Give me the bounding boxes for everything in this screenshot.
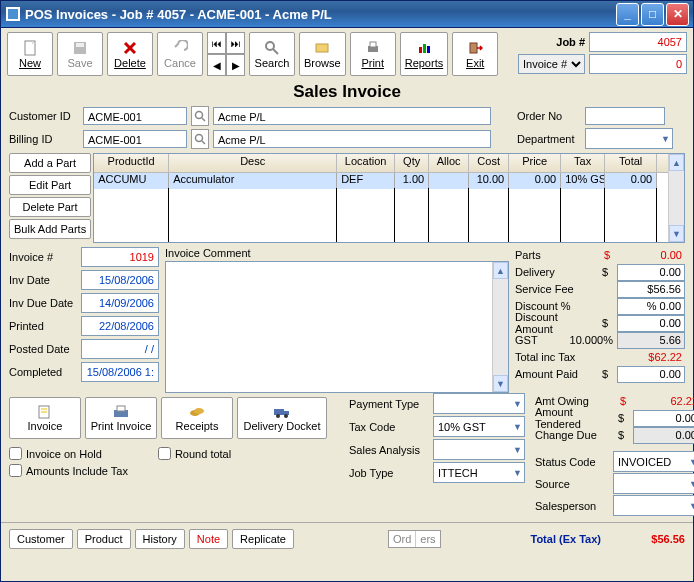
billing-id-label: Billing ID	[9, 133, 79, 145]
minimize-button[interactable]: _	[616, 3, 639, 26]
footer: Customer Product History Note Replicate …	[1, 522, 693, 555]
posted-field[interactable]: / /	[81, 339, 159, 359]
window: POS Invoices - Job # 4057 - ACME-001 - A…	[0, 0, 694, 582]
total-ex-tax-label: Total (Ex Tax)	[531, 533, 602, 545]
history-button[interactable]: History	[135, 529, 185, 549]
inv-date-field[interactable]: 15/08/2006	[81, 270, 159, 290]
amount-paid-field[interactable]: 0.00	[617, 366, 685, 383]
customer-button[interactable]: Customer	[9, 529, 73, 549]
replicate-button[interactable]: Replicate	[232, 529, 294, 549]
billing-id-lookup[interactable]	[191, 129, 209, 149]
invoice-on-hold-checkbox[interactable]: Invoice on Hold	[9, 447, 128, 460]
add-part-button[interactable]: Add a Part	[9, 153, 91, 173]
save-button[interactable]: Save	[57, 32, 103, 76]
app-icon	[5, 6, 21, 22]
print-button[interactable]: Print	[350, 32, 396, 76]
salesperson-select[interactable]: ▼	[613, 495, 694, 516]
billing-name-field[interactable]: Acme P/L	[213, 130, 491, 148]
parts-grid[interactable]: ProductId Desc Location Qty Alloc Cost P…	[93, 153, 685, 243]
search-button[interactable]: Search	[249, 32, 295, 76]
invoice-button[interactable]: Invoice	[9, 397, 81, 439]
new-button[interactable]: New	[7, 32, 53, 76]
printer-icon	[112, 405, 130, 419]
svg-line-15	[202, 118, 205, 121]
note-button[interactable]: Note	[189, 529, 228, 549]
customer-id-label: Customer ID	[9, 110, 79, 122]
scroll-up[interactable]: ▲	[669, 154, 684, 171]
completed-field[interactable]: 15/08/2006 1:	[81, 362, 159, 382]
service-fee-field[interactable]: $56.56	[617, 281, 685, 298]
close-button[interactable]: ✕	[666, 3, 689, 26]
bulk-add-parts-button[interactable]: Bulk Add Parts	[9, 219, 91, 239]
grid-scrollbar[interactable]: ▲▼	[668, 154, 684, 242]
department-select[interactable]: ▼	[585, 128, 673, 149]
exit-button[interactable]: Exit	[452, 32, 498, 76]
invoice-sel-value: 0	[589, 54, 687, 74]
svg-point-14	[196, 112, 203, 119]
job-type-select[interactable]: ITTECH▼	[433, 462, 525, 483]
status-code-select[interactable]: INVOICED▼	[613, 451, 694, 472]
department-label: Department	[517, 133, 581, 145]
scroll-down[interactable]: ▼	[669, 225, 684, 242]
delivery-docket-button[interactable]: Delivery Docket	[237, 397, 327, 439]
discount-pct-field[interactable]: % 0.00	[617, 298, 685, 315]
window-title: POS Invoices - Job # 4057 - ACME-001 - A…	[25, 7, 616, 22]
svg-point-16	[196, 134, 203, 141]
job-value: 4057	[589, 32, 687, 52]
nav-last[interactable]: ⏭	[226, 32, 245, 54]
save-icon	[72, 40, 88, 56]
svg-rect-20	[117, 406, 125, 411]
reports-button[interactable]: Reports	[400, 32, 449, 76]
maximize-button[interactable]: □	[641, 3, 664, 26]
invoice-selector[interactable]: Invoice #	[518, 54, 585, 74]
customer-id-field[interactable]: ACME-001	[83, 107, 187, 125]
nav-buttons: ⏮⏭ ◀▶	[207, 32, 245, 76]
billing-id-field[interactable]: ACME-001	[83, 130, 187, 148]
titlebar: POS Invoices - Job # 4057 - ACME-001 - A…	[1, 1, 693, 28]
amount-tendered-field[interactable]: 0.00	[633, 410, 694, 427]
browse-button[interactable]: Browse	[299, 32, 346, 76]
orders-toggle[interactable]: Orders	[388, 530, 441, 548]
svg-rect-23	[274, 409, 284, 415]
nav-first[interactable]: ⏮	[207, 32, 226, 54]
edit-part-button[interactable]: Edit Part	[9, 175, 91, 195]
receipts-icon	[188, 405, 206, 419]
receipts-button[interactable]: Receipts	[161, 397, 233, 439]
cancel-button[interactable]: Cance	[157, 32, 203, 76]
delivery-field[interactable]: 0.00	[617, 264, 685, 281]
svg-point-26	[284, 414, 288, 418]
inv-due-field[interactable]: 14/09/2006	[81, 293, 159, 313]
grid-header: ProductId Desc Location Qty Alloc Cost P…	[94, 154, 684, 173]
table-row[interactable]: ACCUMU Accumulator DEF 1.00 10.00 0.00 1…	[94, 173, 684, 189]
order-no-field[interactable]	[585, 107, 665, 125]
product-button[interactable]: Product	[77, 529, 131, 549]
printed-field[interactable]: 22/08/2006	[81, 316, 159, 336]
customer-name-field[interactable]: Acme P/L	[213, 107, 491, 125]
delete-part-button[interactable]: Delete Part	[9, 197, 91, 217]
customer-id-lookup[interactable]	[191, 106, 209, 126]
delete-button[interactable]: Delete	[107, 32, 153, 76]
svg-point-22	[194, 408, 204, 414]
payment-type-select[interactable]: ▼	[433, 393, 525, 414]
toolbar: New Save Delete Cance ⏮⏭ ◀▶ Search Brows…	[1, 28, 693, 80]
svg-rect-13	[470, 43, 477, 53]
round-total-checkbox[interactable]: Round total	[158, 447, 231, 460]
page-title: Sales Invoice	[1, 82, 693, 102]
sales-analysis-select[interactable]: ▼	[433, 439, 525, 460]
browse-icon	[314, 40, 330, 56]
source-select[interactable]: ▼	[613, 473, 694, 494]
amounts-include-tax-checkbox[interactable]: Amounts Include Tax	[9, 464, 128, 477]
nav-prev[interactable]: ◀	[207, 54, 226, 76]
svg-point-25	[276, 414, 280, 418]
discount-amt-field[interactable]: 0.00	[617, 315, 685, 332]
svg-point-5	[266, 42, 274, 50]
print-icon	[365, 40, 381, 56]
svg-rect-4	[76, 43, 84, 47]
tax-code-select[interactable]: 10% GST▼	[433, 416, 525, 437]
svg-rect-11	[423, 44, 426, 53]
nav-next[interactable]: ▶	[226, 54, 245, 76]
print-invoice-button[interactable]: Print Invoice	[85, 397, 157, 439]
invoice-icon	[36, 405, 54, 419]
comment-textarea[interactable]: ▲▼	[165, 261, 509, 393]
truck-icon	[273, 405, 291, 419]
